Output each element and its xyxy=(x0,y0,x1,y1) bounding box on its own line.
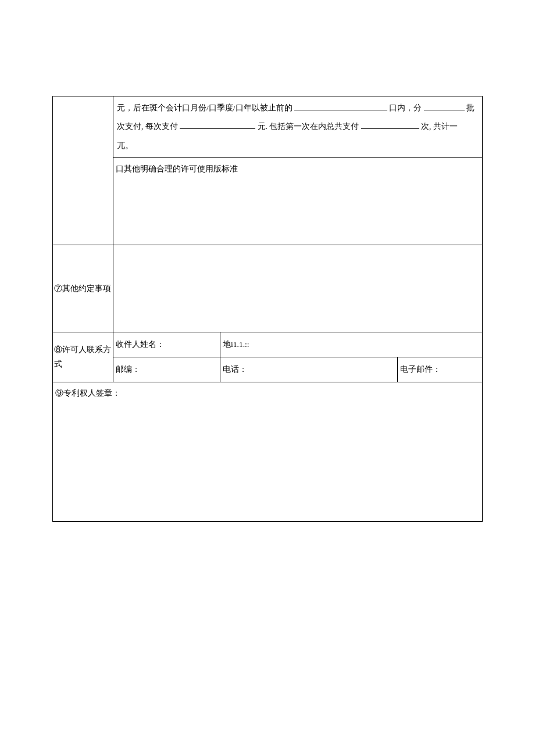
payment-text-2: 口内，分 xyxy=(389,103,422,112)
other-standard-cell[interactable]: 口其他明确合理的许可使用版标准 xyxy=(113,158,483,245)
payment-text-6: 次, 共计一 xyxy=(421,122,458,131)
other-standard-label: 口其他明确合理的许可使用版标准 xyxy=(116,164,238,173)
blank-each-pay[interactable] xyxy=(180,121,255,129)
email-cell[interactable]: 电子邮件： xyxy=(398,357,483,382)
blank-period[interactable] xyxy=(294,102,387,110)
phone-cell[interactable]: 电话： xyxy=(220,357,398,382)
recipient-name-cell[interactable]: 收件人姓名： xyxy=(113,332,220,357)
recipient-name-label: 收件人姓名： xyxy=(116,340,165,349)
contact-row-2: 邮编： 电话： 电子邮件： xyxy=(53,357,483,382)
address-label: 地i1.1.:: xyxy=(223,340,249,349)
address-cell[interactable]: 地i1.1.:: xyxy=(220,332,483,357)
payment-text-3: 批 xyxy=(466,103,475,112)
row7-label: ⑦其他约定事项 xyxy=(53,245,113,332)
zip-label: 邮编： xyxy=(116,365,140,374)
signature-label: ⑨专利权人签章： xyxy=(55,389,120,397)
blank-total-times[interactable] xyxy=(361,121,419,129)
row7-content[interactable] xyxy=(113,245,483,332)
payment-text-7: 兀。 xyxy=(117,141,133,150)
zip-cell[interactable]: 邮编： xyxy=(113,357,220,382)
contact-row-1: ⑧许可人联系方式 收件人姓名： 地i1.1.:: xyxy=(53,332,483,357)
payment-text-5: 元. 包括第一次在内总共支付 xyxy=(258,122,359,131)
email-label: 电子邮件： xyxy=(400,365,441,374)
document-page: 元，后在斑个会计口月份/口季度/口年以被止前的 口内，分 批 次支付, 每次支付… xyxy=(0,0,535,522)
other-standard-row: 口其他明确合理的许可使用版标准 xyxy=(53,158,483,245)
row8-label: ⑧许可人联系方式 xyxy=(53,332,113,382)
payment-text-1: 元，后在斑个会计口月份/口季度/口年以被止前的 xyxy=(117,103,293,112)
signature-row: ⑨专利权人签章： xyxy=(53,382,483,521)
form-table: 元，后在斑个会计口月份/口季度/口年以被止前的 口内，分 批 次支付, 每次支付… xyxy=(52,96,483,522)
phone-label: 电话： xyxy=(223,365,247,374)
other-agreement-row: ⑦其他约定事项 xyxy=(53,245,483,332)
blank-batches[interactable] xyxy=(424,102,465,110)
payment-text-cell: 元，后在斑个会计口月份/口季度/口年以被止前的 口内，分 批 次支付, 每次支付… xyxy=(113,96,483,158)
payment-row: 元，后在斑个会计口月份/口季度/口年以被止前的 口内，分 批 次支付, 每次支付… xyxy=(53,96,483,158)
signature-cell[interactable]: ⑨专利权人签章： xyxy=(53,382,483,521)
payment-text-4: 次支付, 每次支付 xyxy=(117,122,178,131)
